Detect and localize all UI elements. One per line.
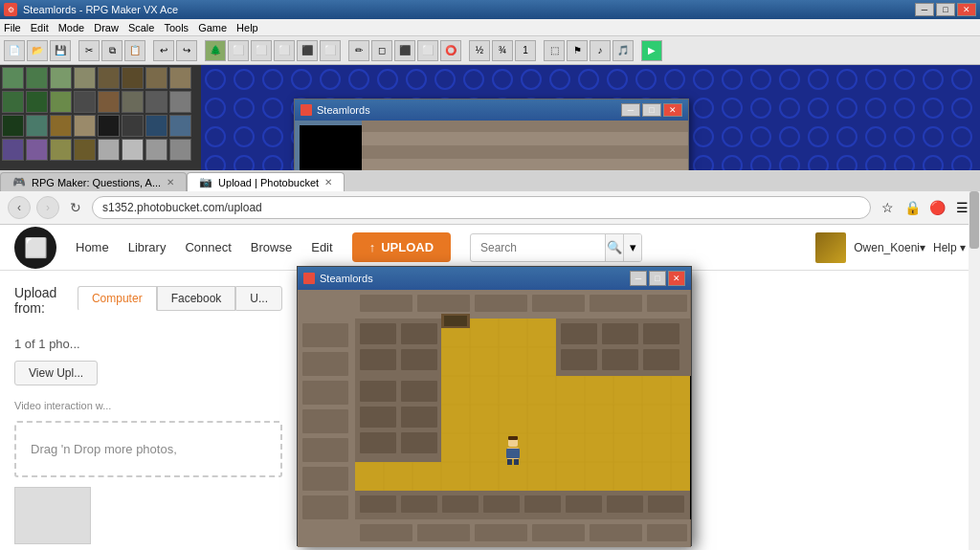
toolbar-b4[interactable]: ⬜ (274, 40, 295, 61)
drag-drop-zone[interactable]: Drag 'n Drop more photos, (14, 421, 282, 477)
nav-browse[interactable]: Browse (251, 240, 292, 254)
toolbar-erase[interactable]: ◻ (371, 40, 392, 61)
toolbar-save[interactable]: 💾 (50, 40, 71, 61)
tile-8[interactable] (169, 67, 191, 89)
tab-photobucket[interactable]: 📷 Upload | Photobucket ✕ (187, 172, 345, 191)
tile-22[interactable] (122, 115, 144, 137)
search-input[interactable] (471, 236, 605, 259)
tile-26[interactable] (26, 139, 48, 161)
menu-edit[interactable]: Edit (31, 22, 49, 33)
tile-28[interactable] (74, 139, 96, 161)
toolbar-b5[interactable]: ⬛ (297, 40, 318, 61)
menu-scale[interactable]: Scale (128, 22, 155, 33)
tile-2[interactable] (26, 67, 48, 89)
extension-icon[interactable]: 🔒 (902, 197, 923, 218)
menu-tools[interactable]: Tools (164, 22, 189, 33)
tile-17[interactable] (2, 115, 24, 137)
steamlords-win2-maximize[interactable]: □ (649, 271, 666, 286)
toolbar-resize1[interactable]: ½ (469, 40, 490, 61)
steamlords-win1-minimize[interactable]: ─ (621, 103, 640, 117)
toolbar-copy[interactable]: ⧉ (101, 40, 122, 61)
steamlords-win2-minimize[interactable]: ─ (630, 271, 647, 286)
toolbar-audio[interactable]: 🎵 (612, 40, 634, 61)
tab-facebook[interactable]: Facebook (157, 286, 236, 311)
tab-photobucket-close[interactable]: ✕ (324, 177, 332, 187)
tile-1[interactable] (2, 67, 24, 89)
steamlords-win2-close[interactable]: ✕ (668, 271, 685, 286)
toolbar-redo[interactable]: ↪ (176, 40, 197, 61)
help-link[interactable]: Help ▾ (933, 241, 966, 254)
upload-button[interactable]: ↑ UPLOAD (352, 232, 451, 262)
toolbar-b3[interactable]: ⬜ (251, 40, 272, 61)
tile-32[interactable] (169, 139, 191, 161)
menu-file[interactable]: File (4, 22, 21, 33)
tab-computer[interactable]: Computer (78, 286, 157, 311)
browser-address-bar[interactable]: s1352.photobucket.com/upload (92, 196, 871, 219)
tile-15[interactable] (145, 91, 167, 113)
tab-rpgmaker[interactable]: 🎮 RPG Maker: Questions, A... ✕ (0, 172, 187, 191)
search-button[interactable]: 🔍 (605, 234, 623, 261)
tile-14[interactable] (122, 91, 144, 113)
search-dropdown-button[interactable]: ▾ (623, 234, 641, 261)
tile-25[interactable] (2, 139, 24, 161)
tile-16[interactable] (169, 91, 191, 113)
toolbar-fill[interactable]: ⬛ (394, 40, 415, 61)
nav-home[interactable]: Home (76, 240, 109, 254)
steamlords-win1-close[interactable]: ✕ (663, 103, 682, 117)
toolbar-b1[interactable]: 🌲 (205, 40, 226, 61)
rpgmaker-maximize-button[interactable]: □ (936, 3, 955, 16)
menu-game[interactable]: Game (198, 22, 227, 33)
toolbar-open[interactable]: 📂 (27, 40, 48, 61)
toolbar-rect[interactable]: ⬜ (417, 40, 438, 61)
nav-connect[interactable]: Connect (185, 240, 231, 254)
nav-library[interactable]: Library (128, 240, 167, 254)
alert-icon[interactable]: 🔴 (926, 197, 947, 218)
tile-31[interactable] (145, 139, 167, 161)
tile-9[interactable] (2, 91, 24, 113)
toolbar-resize2[interactable]: ¾ (492, 40, 513, 61)
browser-back-button[interactable]: ‹ (8, 196, 31, 219)
tile-6[interactable] (122, 67, 144, 89)
tile-10[interactable] (26, 91, 48, 113)
rpgmaker-minimize-button[interactable]: ─ (915, 3, 934, 16)
toolbar-pencil[interactable]: ✏ (348, 40, 369, 61)
bookmark-star-icon[interactable]: ☆ (877, 197, 898, 218)
toolbar-b6[interactable]: ⬜ (320, 40, 341, 61)
tile-30[interactable] (122, 139, 144, 161)
tile-13[interactable] (98, 91, 120, 113)
toolbar-b2[interactable]: ⬜ (228, 40, 249, 61)
menu-draw[interactable]: Draw (94, 22, 119, 33)
username-label[interactable]: Owen_Koeni▾ (854, 241, 925, 254)
tile-12[interactable] (74, 91, 96, 113)
toolbar-layers[interactable]: ⬚ (544, 40, 565, 61)
tile-21[interactable] (98, 115, 120, 137)
toolbar-play[interactable]: ▶ (641, 40, 662, 61)
tab-rpgmaker-close[interactable]: ✕ (167, 177, 174, 187)
rpgmaker-close-button[interactable]: ✕ (957, 3, 976, 16)
tile-11[interactable] (50, 91, 72, 113)
view-uploads-button[interactable]: View Upl... (14, 361, 98, 385)
toolbar-new[interactable]: 📄 (4, 40, 25, 61)
tile-5[interactable] (98, 67, 120, 89)
browser-reload-button[interactable]: ↻ (65, 197, 86, 218)
browser-scrollbar[interactable] (969, 191, 980, 550)
tile-4[interactable] (74, 67, 96, 89)
tile-29[interactable] (98, 139, 120, 161)
nav-edit[interactable]: Edit (311, 240, 332, 254)
toolbar-undo[interactable]: ↩ (153, 40, 174, 61)
menu-mode[interactable]: Mode (58, 22, 85, 33)
scrollbar-thumb[interactable] (969, 191, 979, 249)
toolbar-paste[interactable]: 📋 (124, 40, 145, 61)
tile-23[interactable] (145, 115, 167, 137)
menu-help[interactable]: Help (236, 22, 258, 33)
tile-19[interactable] (50, 115, 72, 137)
tile-7[interactable] (145, 67, 167, 89)
browser-forward-button[interactable]: › (36, 196, 59, 219)
tile-18[interactable] (26, 115, 48, 137)
tile-3[interactable] (50, 67, 72, 89)
tab-url[interactable]: U... (235, 286, 282, 311)
toolbar-events[interactable]: ⚑ (567, 40, 588, 61)
tile-24[interactable] (169, 115, 191, 137)
tile-27[interactable] (50, 139, 72, 161)
toolbar-resize3[interactable]: 1 (515, 40, 536, 61)
